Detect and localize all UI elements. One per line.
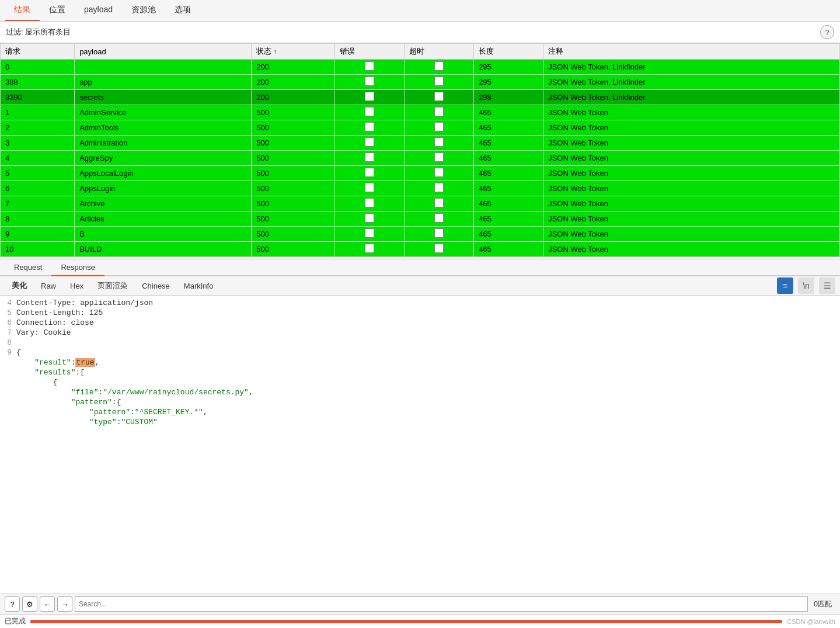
table-row[interactable]: 4AggreSpy500465JSON Web Token xyxy=(1,151,840,166)
tab-response[interactable]: Response xyxy=(51,259,104,276)
cell-length: 465 xyxy=(474,242,543,257)
cell-payload: Archive xyxy=(75,196,252,211)
cell-comment: JSON Web Token xyxy=(543,105,840,120)
col-payload[interactable]: payload xyxy=(75,44,252,60)
filter-label: 过滤: 显示所有条目 xyxy=(6,27,820,37)
cell-id: 388 xyxy=(1,75,75,90)
back-button[interactable]: ← xyxy=(40,596,55,612)
cell-error xyxy=(335,242,405,257)
table-row[interactable]: 0200295JSON Web Token, Linkfinder xyxy=(1,60,840,75)
cell-comment: JSON Web Token xyxy=(543,166,840,181)
subtab-hex[interactable]: Hex xyxy=(63,279,90,293)
list-icon[interactable]: ≡ xyxy=(777,277,793,294)
table-row[interactable]: 2AdminTools500465JSON Web Token xyxy=(1,120,840,136)
subtab-chinese[interactable]: Chinese xyxy=(135,279,177,293)
cell-status: 200 xyxy=(252,75,335,90)
table-row[interactable]: 10BUILD500465JSON Web Token xyxy=(1,242,840,257)
code-line: "pattern":"^SECRET_KEY.*", xyxy=(0,407,840,417)
table-row[interactable]: 7Archive500465JSON Web Token xyxy=(1,196,840,211)
tab-request[interactable]: Request xyxy=(5,259,51,276)
forward-button[interactable]: → xyxy=(57,596,72,612)
cell-id: 5 xyxy=(1,166,75,181)
cell-timeout xyxy=(405,60,474,75)
table-row[interactable]: 5AppsLocalLogin500465JSON Web Token xyxy=(1,166,840,181)
cell-status: 500 xyxy=(252,120,335,136)
search-input[interactable] xyxy=(75,596,808,612)
tab-options[interactable]: 选项 xyxy=(165,0,200,21)
col-timeout[interactable]: 超时 xyxy=(405,44,474,60)
cell-comment: JSON Web Token, Linkfinder xyxy=(543,75,840,90)
col-request[interactable]: 请求 xyxy=(1,44,75,60)
col-status[interactable]: 状态 xyxy=(252,44,335,60)
subtab-markinfo[interactable]: MarkInfo xyxy=(177,279,221,293)
top-nav: 结果 位置 payload 资源池 选项 xyxy=(0,0,840,22)
table-row[interactable]: 9B500465JSON Web Token xyxy=(1,227,840,242)
cell-comment: JSON Web Token, Linkfinder xyxy=(543,90,840,105)
subtab-beautify[interactable]: 美化 xyxy=(5,278,34,293)
cell-payload: AdminService xyxy=(75,105,252,120)
tab-position[interactable]: 位置 xyxy=(40,0,75,21)
code-line: "pattern":{ xyxy=(0,397,840,407)
watermark: CSDN @iamwith xyxy=(787,618,835,625)
cell-length: 295 xyxy=(474,75,543,90)
cell-payload xyxy=(75,60,252,75)
tab-resource-pool[interactable]: 资源池 xyxy=(122,0,165,21)
table-row[interactable]: 1AdminService500465JSON Web Token xyxy=(1,105,840,120)
help-button[interactable]: ? xyxy=(820,25,834,39)
cell-length: 465 xyxy=(474,120,543,136)
cell-comment: JSON Web Token xyxy=(543,196,840,211)
table-row[interactable]: 3390secrets200298JSON Web Token, Linkfin… xyxy=(1,90,840,105)
cell-id: 3 xyxy=(1,136,75,151)
req-res-tabs: Request Response xyxy=(0,259,840,276)
cell-status: 500 xyxy=(252,136,335,151)
table-row[interactable]: 6AppsLogin500465JSON Web Token xyxy=(1,181,840,196)
cell-error xyxy=(335,211,405,227)
cell-error xyxy=(335,181,405,196)
cell-status: 500 xyxy=(252,242,335,257)
cell-payload: Administration xyxy=(75,136,252,151)
cell-length: 465 xyxy=(474,227,543,242)
cell-status: 500 xyxy=(252,105,335,120)
cell-timeout xyxy=(405,75,474,90)
help-circle-button[interactable]: ? xyxy=(5,596,20,612)
code-view: 4Content-Type: application/json5Content-… xyxy=(0,296,840,594)
menu-icon[interactable]: ☰ xyxy=(819,277,835,294)
col-comment[interactable]: 注释 xyxy=(543,44,840,60)
table-row[interactable]: 3Administration500465JSON Web Token xyxy=(1,136,840,151)
table-header-row: 请求 payload 状态 错误 超时 长度 注释 xyxy=(1,44,840,60)
cell-error xyxy=(335,151,405,166)
table-row[interactable]: 388app200295JSON Web Token, Linkfinder xyxy=(1,75,840,90)
settings-button[interactable]: ⚙ xyxy=(22,596,37,612)
table-row[interactable]: 8Articles500465JSON Web Token xyxy=(1,211,840,227)
cell-length: 465 xyxy=(474,196,543,211)
sub-tabs: 美化 Raw Hex 页面渲染 Chinese MarkInfo ≡ \n ☰ xyxy=(0,276,840,296)
results-table: 请求 payload 状态 错误 超时 长度 注释 0200295JSON We… xyxy=(0,43,840,257)
cell-id: 10 xyxy=(1,242,75,257)
cell-error xyxy=(335,227,405,242)
cell-timeout xyxy=(405,196,474,211)
cell-timeout xyxy=(405,181,474,196)
tab-results[interactable]: 结果 xyxy=(5,0,40,21)
col-length[interactable]: 长度 xyxy=(474,44,543,60)
cell-error xyxy=(335,166,405,181)
code-line: "file":"/var/www/rainycloud/secrets.py", xyxy=(0,387,840,397)
cell-timeout xyxy=(405,105,474,120)
status-bar: 已完成 CSDN @iamwith xyxy=(0,614,840,628)
subtab-raw[interactable]: Raw xyxy=(34,279,63,293)
tab-payload[interactable]: payload xyxy=(75,0,122,21)
cell-error xyxy=(335,196,405,211)
cell-timeout xyxy=(405,90,474,105)
status-text: 已完成 xyxy=(5,616,26,626)
subtab-render[interactable]: 页面渲染 xyxy=(90,278,135,293)
cell-comment: JSON Web Token xyxy=(543,136,840,151)
cell-status: 500 xyxy=(252,181,335,196)
cell-status: 200 xyxy=(252,60,335,75)
col-error[interactable]: 错误 xyxy=(335,44,405,60)
newline-icon[interactable]: \n xyxy=(798,277,814,294)
cell-timeout xyxy=(405,136,474,151)
progress-bar xyxy=(30,620,782,623)
cell-timeout xyxy=(405,211,474,227)
cell-length: 465 xyxy=(474,136,543,151)
cell-timeout xyxy=(405,227,474,242)
cell-id: 8 xyxy=(1,211,75,227)
